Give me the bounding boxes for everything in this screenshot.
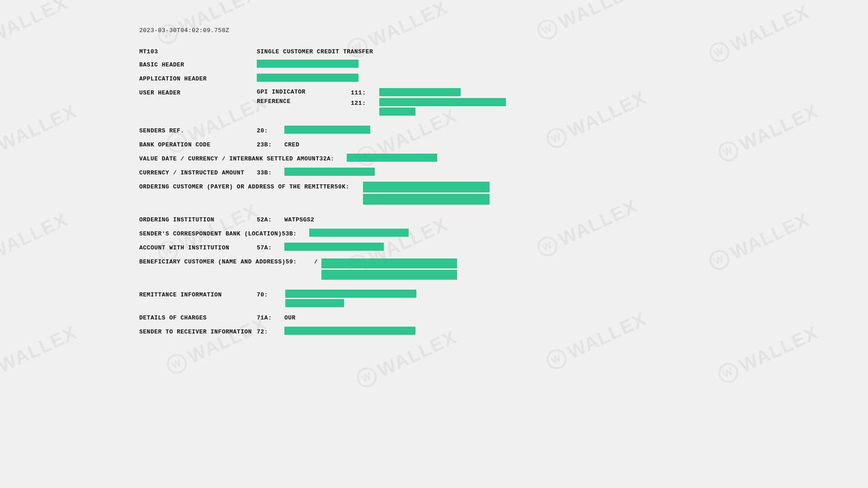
- user-header-row: USER HEADER GPI INDICATOR 111: REFERENCE…: [139, 88, 537, 116]
- ref-59-code: 59:: [286, 257, 311, 265]
- ordering-bar-1: [363, 182, 490, 192]
- watermark-logo: W: [164, 351, 190, 377]
- beneficiary-bar-1: [321, 258, 457, 268]
- user-header-label: USER HEADER: [139, 88, 257, 96]
- value-date-value: 32A:: [319, 154, 537, 162]
- ordering-bar-2: [363, 194, 490, 205]
- charges-val: OUR: [284, 313, 296, 321]
- currency-value: 33B:: [257, 168, 537, 176]
- remittance-bar-2: [285, 299, 344, 307]
- currency-bar: [284, 168, 375, 176]
- value-date-row: VALUE DATE / CURRENCY / INTERBANK SETTLE…: [139, 154, 537, 166]
- ref-72-code: 72:: [257, 327, 282, 335]
- timestamp: 2023-03-30T04:02:09.758Z: [139, 27, 537, 34]
- ref-23b-code: 23B:: [257, 140, 282, 148]
- details-charges-label: DETAILS OF CHARGES: [139, 313, 257, 321]
- ordering-institution-label: ORDERING INSTITUTION: [139, 215, 257, 223]
- ref-52a-code: 52A:: [257, 215, 282, 223]
- account-institution-value: 57A:: [257, 243, 537, 251]
- sender-receiver-label: SENDER TO RECEIVER INFORMATION: [139, 327, 257, 335]
- reference-label: REFERENCE: [257, 98, 347, 105]
- application-header-row: APPLICATION HEADER: [139, 74, 537, 86]
- watermark: W WALLEX: [543, 87, 650, 152]
- watermark: W WALLEX: [543, 308, 650, 374]
- watermark: W WALLEX: [534, 0, 641, 43]
- senders-ref-bar: [284, 126, 370, 134]
- watermark: W WALLEX: [706, 209, 813, 274]
- mt103-title: SINGLE CUSTOMER CREDIT TRANSFER: [257, 47, 373, 55]
- details-charges-value: 71A: OUR: [257, 313, 537, 321]
- ref-50k-code: 50K:: [335, 182, 359, 190]
- watermark-logo: W: [354, 364, 380, 390]
- account-institution-bar: [284, 243, 384, 251]
- ref-70-code: 70:: [257, 290, 282, 298]
- details-charges-row: DETAILS OF CHARGES 71A: OUR: [139, 313, 537, 325]
- senders-corr-label: SENDER'S CORRESPONDENT BANK (LOCATION): [139, 229, 282, 237]
- beneficiary-row: BENEFICIARY CUSTOMER (NAME AND ADDRESS) …: [139, 257, 537, 280]
- ref-20-code: 20:: [257, 126, 282, 134]
- watermark-logo: W: [706, 247, 732, 273]
- ref-111-code: 111:: [351, 88, 376, 96]
- ordering-customer-value: 50K:: [335, 182, 490, 205]
- basic-header-bar: [257, 60, 359, 68]
- watermark: W WALLEX: [0, 209, 71, 274]
- mt103-label: MT103: [139, 47, 257, 55]
- ref-121-code: 121:: [351, 98, 376, 107]
- reference-bars: [379, 98, 506, 116]
- ref-bar-2: [379, 108, 415, 116]
- currency-label: CURRENCY / INSTRUCTED AMOUNT: [139, 168, 257, 176]
- remittance-label: REMITTANCE INFORMATION: [139, 290, 257, 298]
- account-institution-row: ACCOUNT WITH INSTITUTION 57A:: [139, 243, 537, 255]
- bank-op-value: 23B: CRED: [257, 140, 537, 148]
- bank-op-val: CRED: [284, 140, 299, 148]
- watermark-logo: W: [543, 346, 570, 372]
- gpi-label: GPI INDICATOR: [257, 89, 347, 95]
- ref-71a-code: 71A:: [257, 313, 282, 321]
- senders-ref-value: 20:: [257, 126, 537, 134]
- ordering-customer-row: ORDERING CUSTOMER (PAYER) OR ADDRESS OF …: [139, 182, 537, 205]
- gpi-bar: [379, 88, 461, 96]
- ordering-customer-bars: [363, 182, 490, 205]
- watermark-logo: W: [534, 16, 561, 42]
- application-header-label: APPLICATION HEADER: [139, 74, 257, 82]
- watermark-logo: W: [543, 125, 570, 151]
- bank-op-row: BANK OPERATION CODE 23B: CRED: [139, 140, 537, 152]
- sender-receiver-row: SENDER TO RECEIVER INFORMATION 72:: [139, 327, 537, 339]
- ref-33b-code: 33B:: [257, 168, 282, 176]
- sender-receiver-bar: [284, 327, 415, 335]
- basic-header-value: [257, 60, 537, 68]
- ordering-institution-value: 52A: WATPSGS2: [257, 215, 537, 223]
- watermark-logo: W: [715, 138, 741, 164]
- user-header-value: GPI INDICATOR 111: REFERENCE 121:: [257, 88, 506, 116]
- watermark: W WALLEX: [0, 322, 80, 387]
- value-date-bar: [347, 154, 437, 162]
- watermark: W WALLEX: [0, 0, 71, 57]
- slash-59: /: [314, 257, 318, 265]
- remittance-row: REMITTANCE INFORMATION 70:: [139, 290, 537, 307]
- basic-header-row: BASIC HEADER: [139, 60, 537, 72]
- ref-bar-1: [379, 98, 506, 106]
- watermark: W WALLEX: [715, 322, 822, 387]
- watermark: W WALLEX: [706, 1, 813, 66]
- currency-row: CURRENCY / INSTRUCTED AMOUNT 33B:: [139, 168, 537, 180]
- remittance-bar-1: [285, 290, 416, 298]
- ref-57a-code: 57A:: [257, 243, 282, 251]
- senders-corr-value: 53B:: [282, 229, 537, 237]
- watermark: W WALLEX: [0, 100, 80, 166]
- watermark-logo: W: [706, 39, 732, 65]
- ordering-institution-row: ORDERING INSTITUTION 52A: WATPSGS2: [139, 215, 537, 227]
- senders-corr-row: SENDER'S CORRESPONDENT BANK (LOCATION) 5…: [139, 229, 537, 241]
- ordering-customer-label: ORDERING CUSTOMER (PAYER) OR ADDRESS OF …: [139, 182, 335, 190]
- value-date-label: VALUE DATE / CURRENCY / INTERBANK SETTLE…: [139, 154, 319, 162]
- bank-op-label: BANK OPERATION CODE: [139, 140, 257, 148]
- beneficiary-label: BENEFICIARY CUSTOMER (NAME AND ADDRESS): [139, 257, 286, 265]
- watermark-logo: W: [534, 233, 561, 259]
- beneficiary-bars: [321, 258, 457, 280]
- ref-53b-code: 53B:: [282, 229, 307, 237]
- mt103-row: MT103 SINGLE CUSTOMER CREDIT TRANSFER: [139, 47, 537, 59]
- watermark-logo: W: [715, 360, 741, 386]
- inst-val: WATPSGS2: [284, 215, 314, 223]
- sender-receiver-value: 72:: [257, 327, 537, 335]
- main-content: 2023-03-30T04:02:09.758Z MT103 SINGLE CU…: [139, 27, 537, 341]
- basic-header-label: BASIC HEADER: [139, 60, 257, 68]
